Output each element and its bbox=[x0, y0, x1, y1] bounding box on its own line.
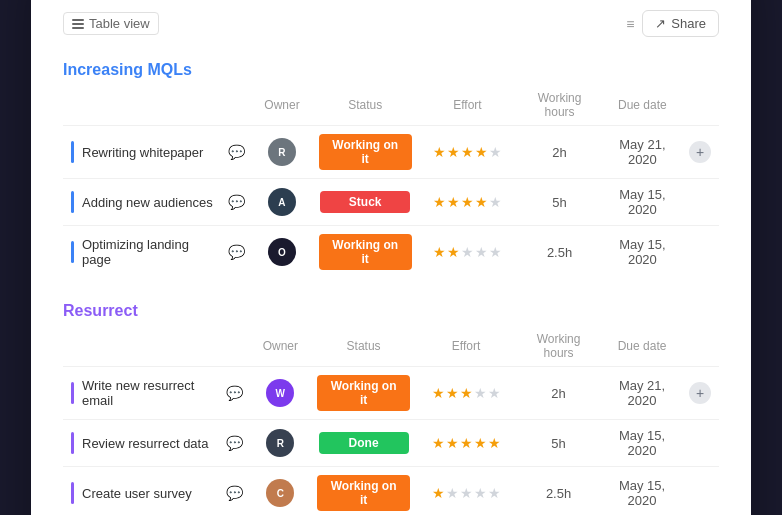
status-cell: Working on it bbox=[309, 367, 418, 420]
star-icon: ★ bbox=[461, 144, 474, 160]
status-badge[interactable]: Stuck bbox=[320, 191, 410, 213]
star-icon: ★ bbox=[433, 244, 446, 260]
owner-avatar: R bbox=[266, 429, 294, 457]
star-icon: ★ bbox=[475, 144, 488, 160]
add-cell bbox=[681, 467, 719, 516]
hours-cell: 2h bbox=[514, 367, 603, 420]
status-badge[interactable]: Working on it bbox=[319, 234, 412, 270]
star-icon: ★ bbox=[433, 194, 446, 210]
owner-cell: W bbox=[251, 367, 309, 420]
avatar: C bbox=[658, 0, 688, 2]
owner-cell: C bbox=[251, 467, 309, 516]
hours-cell: 5h bbox=[515, 179, 604, 226]
comment-icon[interactable]: 💬 bbox=[226, 485, 243, 501]
row-color-bar bbox=[71, 141, 74, 163]
task-name: Write new resurrect email bbox=[82, 378, 218, 408]
status-cell: Done bbox=[309, 420, 418, 467]
status-badge[interactable]: Working on it bbox=[317, 375, 410, 411]
toolbar: Table view ≡ ↗ Share bbox=[63, 10, 719, 45]
status-cell: Working on it bbox=[309, 467, 418, 516]
owner-cell: O bbox=[253, 226, 311, 279]
star-icon: ★ bbox=[488, 435, 501, 451]
owner-cell: A bbox=[253, 179, 311, 226]
section-resurrect: Resurrect Owner Status Effort Working ho… bbox=[63, 302, 719, 515]
star-icon: ★ bbox=[488, 385, 501, 401]
hours-cell: 2h bbox=[515, 126, 604, 179]
star-icon: ★ bbox=[447, 244, 460, 260]
stars: ★★★★★ bbox=[432, 385, 501, 401]
star-icon: ★ bbox=[433, 144, 446, 160]
avatar: B bbox=[634, 0, 664, 2]
header: WFH Work Plan A B C ··· bbox=[63, 0, 719, 2]
hours-cell: 2.5h bbox=[514, 467, 603, 516]
stars: ★★★★★ bbox=[432, 435, 501, 451]
table-row: Write new resurrect email 💬 W Working on… bbox=[63, 367, 719, 420]
add-cell bbox=[681, 226, 719, 279]
task-cell: Adding new audiences 💬 bbox=[63, 181, 253, 223]
star-icon: ★ bbox=[474, 485, 487, 501]
status-badge[interactable]: Done bbox=[319, 432, 409, 454]
date-cell: May 15, 2020 bbox=[604, 179, 681, 226]
status-cell: Stuck bbox=[311, 179, 420, 226]
star-icon: ★ bbox=[446, 385, 459, 401]
hours-cell: 2.5h bbox=[515, 226, 604, 279]
status-badge[interactable]: Working on it bbox=[317, 475, 410, 511]
star-icon: ★ bbox=[432, 485, 445, 501]
comment-icon[interactable]: 💬 bbox=[228, 244, 245, 260]
col-date-1: Due date bbox=[604, 87, 681, 126]
stars: ★★★★★ bbox=[432, 485, 501, 501]
col-effort-1: Effort bbox=[420, 87, 516, 126]
col-owner-r: Owner bbox=[251, 328, 309, 367]
col-effort-r: Effort bbox=[418, 328, 514, 367]
section-increasing-mqls: Increasing MQLs Owner Status Effort Work… bbox=[63, 61, 719, 278]
task-cell: Review resurrect data 💬 bbox=[63, 422, 251, 464]
share-button[interactable]: ↗ Share bbox=[642, 10, 719, 37]
star-icon: ★ bbox=[446, 485, 459, 501]
date-cell: May 15, 2020 bbox=[604, 226, 681, 279]
star-icon: ★ bbox=[489, 244, 502, 260]
effort-cell: ★★★★★ bbox=[418, 420, 514, 467]
star-icon: ★ bbox=[446, 435, 459, 451]
col-add-r bbox=[681, 328, 719, 367]
table-increasing: Owner Status Effort Working hours Due da… bbox=[63, 87, 719, 278]
stars: ★★★★★ bbox=[433, 144, 502, 160]
add-row-button[interactable]: + bbox=[689, 141, 711, 163]
table-view-button[interactable]: Table view bbox=[63, 12, 159, 35]
table-row: Create user survey 💬 C Working on it ★★★… bbox=[63, 467, 719, 516]
owner-avatar: W bbox=[266, 379, 294, 407]
col-status-1: Status bbox=[311, 87, 420, 126]
task-name: Adding new audiences bbox=[82, 195, 220, 210]
owner-avatar: A bbox=[268, 188, 296, 216]
effort-cell: ★★★★★ bbox=[420, 179, 516, 226]
date-cell: May 21, 2020 bbox=[603, 367, 681, 420]
table-row: Rewriting whitepaper 💬 R Working on it ★… bbox=[63, 126, 719, 179]
task-cell: Create user survey 💬 bbox=[63, 472, 251, 514]
page-title: WFH Work Plan bbox=[63, 0, 241, 1]
star-icon: ★ bbox=[489, 144, 502, 160]
star-icon: ★ bbox=[474, 435, 487, 451]
stars: ★★★★★ bbox=[433, 194, 502, 210]
star-icon: ★ bbox=[475, 244, 488, 260]
task-name: Optimizing landing page bbox=[82, 237, 220, 267]
comment-icon[interactable]: 💬 bbox=[226, 435, 243, 451]
row-color-bar bbox=[71, 191, 74, 213]
owner-avatar: C bbox=[266, 479, 294, 507]
owner-avatar: R bbox=[268, 138, 296, 166]
date-cell: May 21, 2020 bbox=[604, 126, 681, 179]
filter-icon[interactable]: ≡ bbox=[626, 16, 634, 32]
stars: ★★★★★ bbox=[433, 244, 502, 260]
comment-icon[interactable]: 💬 bbox=[226, 385, 243, 401]
owner-cell: R bbox=[253, 126, 311, 179]
col-task-r bbox=[63, 328, 251, 367]
status-badge[interactable]: Working on it bbox=[319, 134, 412, 170]
effort-cell: ★★★★★ bbox=[418, 367, 514, 420]
col-owner-1: Owner bbox=[253, 87, 311, 126]
status-cell: Working on it bbox=[311, 126, 420, 179]
comment-icon[interactable]: 💬 bbox=[228, 194, 245, 210]
col-hours-r: Working hours bbox=[514, 328, 603, 367]
add-row-button[interactable]: + bbox=[689, 382, 711, 404]
col-add-1 bbox=[681, 87, 719, 126]
toolbar-right: ≡ ↗ Share bbox=[626, 10, 719, 37]
comment-icon[interactable]: 💬 bbox=[228, 144, 245, 160]
star-icon: ★ bbox=[432, 385, 445, 401]
